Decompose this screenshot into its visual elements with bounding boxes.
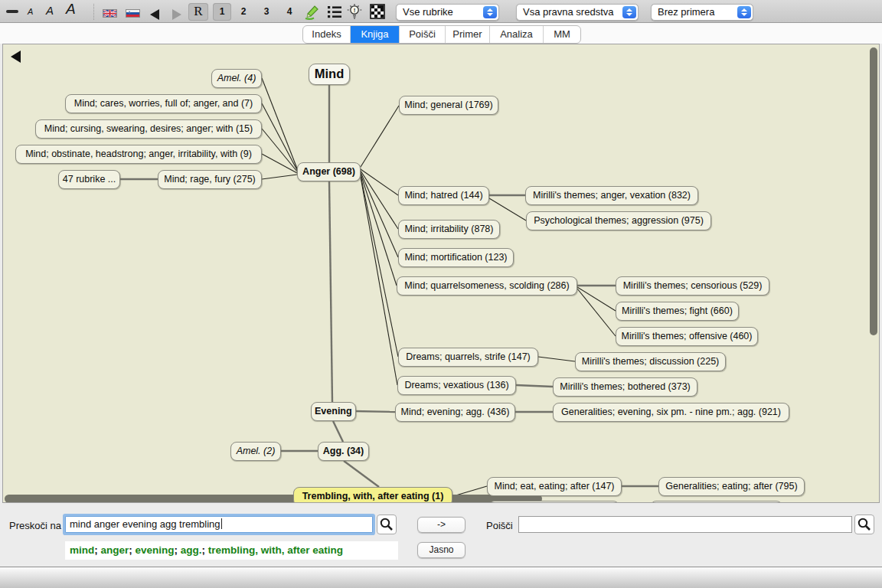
node-dreams-quarrels[interactable]: Dreams; quarrels, strife (147) bbox=[398, 348, 538, 367]
node-mortification[interactable]: Mind; mortification (123) bbox=[398, 248, 514, 267]
search-icon bbox=[855, 515, 874, 534]
jump-to-input[interactable]: mind anger evening agg trembling bbox=[65, 516, 373, 533]
minus-icon[interactable] bbox=[6, 10, 18, 13]
node-anger[interactable]: Anger (698) bbox=[297, 162, 361, 181]
node-discussion[interactable]: Mirilli's themes; discussion (225) bbox=[575, 352, 726, 371]
node-evening[interactable]: Evening bbox=[311, 402, 356, 421]
node-irritability[interactable]: Mind; irritability (878) bbox=[398, 220, 500, 239]
tab-bar: Indeks Knjiga Poišči Primer Analiza MM bbox=[0, 23, 882, 44]
grade-1-button[interactable]: 1 bbox=[213, 3, 231, 21]
node-eat-eating-after[interactable]: Mind; eat, eating; after (147) bbox=[487, 477, 622, 496]
node-mind[interactable]: Mind bbox=[309, 64, 350, 85]
flag-slovenia-icon[interactable] bbox=[126, 9, 140, 18]
tab-group: Indeks Knjiga Poišči Primer Analiza MM bbox=[302, 25, 581, 44]
tip-icon[interactable]: ! bbox=[346, 3, 363, 20]
forward-icon[interactable] bbox=[172, 9, 181, 20]
tab-poisci[interactable]: Poišči bbox=[400, 26, 446, 43]
node-generalities-evening[interactable]: Generalities; evening, six pm. - nine pm… bbox=[553, 403, 789, 422]
find-input[interactable] bbox=[518, 516, 852, 533]
node-aggression[interactable]: Psychological themes; aggression (975) bbox=[526, 211, 711, 230]
tab-indeks[interactable]: Indeks bbox=[303, 26, 351, 43]
select-remedy-filter[interactable]: Vsa pravna sredstva bbox=[516, 4, 639, 21]
tab-primer[interactable]: Primer bbox=[446, 26, 490, 43]
select-rubric-filter-value: Vse rubrike bbox=[403, 5, 453, 20]
font-size-large-button[interactable]: A bbox=[66, 1, 76, 18]
horizontal-scrollbar[interactable] bbox=[5, 495, 542, 503]
rubric-list-icon[interactable] bbox=[326, 3, 343, 20]
node-anger-vexation[interactable]: Mirilli's themes; anger, vexation (832) bbox=[525, 186, 698, 205]
node-quarrelsomeness[interactable]: Mind; quarrelsomeness, scolding (286) bbox=[397, 276, 577, 296]
node-cares-worries[interactable]: Mind; cares, worries, full of; anger, an… bbox=[65, 94, 262, 113]
jump-to-input-value: mind anger evening agg trembling bbox=[70, 518, 220, 530]
grade-2-button[interactable]: 2 bbox=[234, 3, 253, 21]
repertory-view-button[interactable]: R bbox=[188, 3, 208, 21]
result-line: mind; anger; evening; agg.; trembling, w… bbox=[65, 541, 398, 560]
select-case-filter[interactable]: Brez primera bbox=[651, 4, 753, 21]
pencil-icon[interactable] bbox=[303, 3, 320, 20]
node-obstinate[interactable]: Mind; obstinate, headstrong; anger, irri… bbox=[15, 145, 262, 164]
node-general[interactable]: Mind; general (1769) bbox=[399, 96, 498, 115]
node-offensive[interactable]: Mirilli's themes; offensive (460) bbox=[616, 327, 758, 346]
node-rubrics-47[interactable]: 47 rubrike ... bbox=[58, 170, 120, 189]
graph-canvas: MindAmel. (4)Mind; cares, worries, full … bbox=[2, 44, 880, 503]
text-caret bbox=[221, 518, 222, 529]
grade-4-button[interactable]: 4 bbox=[280, 3, 299, 21]
font-size-medium-button[interactable]: A bbox=[46, 4, 54, 17]
node-rage-fury[interactable]: Mind; rage, fury (275) bbox=[158, 170, 262, 189]
vertical-scrollbar[interactable] bbox=[870, 47, 877, 335]
tab-analiza[interactable]: Analiza bbox=[490, 26, 544, 43]
bottom-bar: Preskoči na mind anger evening agg tremb… bbox=[0, 503, 882, 567]
chevron-updown-icon bbox=[483, 6, 497, 18]
font-size-small-button[interactable]: A bbox=[28, 7, 33, 16]
node-amel-2[interactable]: Amel. (2) bbox=[230, 442, 281, 461]
select-rubric-filter[interactable]: Vse rubrike bbox=[396, 4, 499, 21]
node-dreams-vexatious[interactable]: Dreams; vexatious (136) bbox=[397, 376, 516, 395]
crossword-icon[interactable] bbox=[369, 3, 386, 20]
chevron-updown-icon bbox=[622, 6, 636, 18]
tab-mm[interactable]: MM bbox=[544, 26, 580, 43]
app-window: A A A R 1 2 3 4 bbox=[0, 0, 882, 588]
search-icon bbox=[377, 515, 396, 534]
node-generalities-eating[interactable]: Generalities; eating; after (795) bbox=[658, 477, 805, 496]
node-cursing[interactable]: Mind; cursing, swearing, desires; anger;… bbox=[35, 119, 262, 139]
node-amel-4[interactable]: Amel. (4) bbox=[211, 69, 262, 88]
tab-knjiga[interactable]: Knjiga bbox=[351, 26, 400, 43]
find-search-button[interactable] bbox=[854, 514, 874, 534]
clear-button[interactable]: Jasno bbox=[417, 542, 466, 558]
node-hatred[interactable]: Mind; hatred (144) bbox=[398, 186, 489, 205]
select-remedy-filter-value: Vsa pravna sredstva bbox=[523, 5, 614, 20]
flag-uk-icon[interactable] bbox=[103, 9, 117, 18]
grade-3-button[interactable]: 3 bbox=[257, 3, 276, 21]
node-censorious[interactable]: Mirilli's themes; censorious (529) bbox=[616, 276, 769, 296]
find-label: Poišči bbox=[486, 520, 513, 531]
toolbar-divider bbox=[93, 4, 94, 20]
footer-bar bbox=[0, 567, 882, 588]
node-evening-agg[interactable]: Mind; evening; agg. (436) bbox=[395, 403, 515, 422]
chevron-updown-icon bbox=[737, 6, 751, 18]
node-agg-34[interactable]: Agg. (34) bbox=[318, 442, 369, 461]
node-fight[interactable]: Mirilli's themes; fight (660) bbox=[616, 302, 739, 321]
svg-text:!: ! bbox=[354, 7, 356, 14]
jump-search-button[interactable] bbox=[377, 514, 397, 534]
back-icon[interactable] bbox=[150, 9, 159, 20]
select-case-filter-value: Brez primera bbox=[658, 5, 714, 20]
jump-to-label: Preskoči na bbox=[6, 520, 61, 531]
node-trembling-after-eating[interactable]: Trembling, with, after eating (1) bbox=[293, 487, 452, 503]
node-bothered[interactable]: Mirilli's themes; bothered (373) bbox=[553, 377, 697, 397]
arrow-button[interactable]: -> bbox=[417, 517, 466, 533]
graph-back-icon[interactable] bbox=[11, 51, 21, 63]
toolbar: A A A R 1 2 3 4 bbox=[0, 0, 882, 23]
